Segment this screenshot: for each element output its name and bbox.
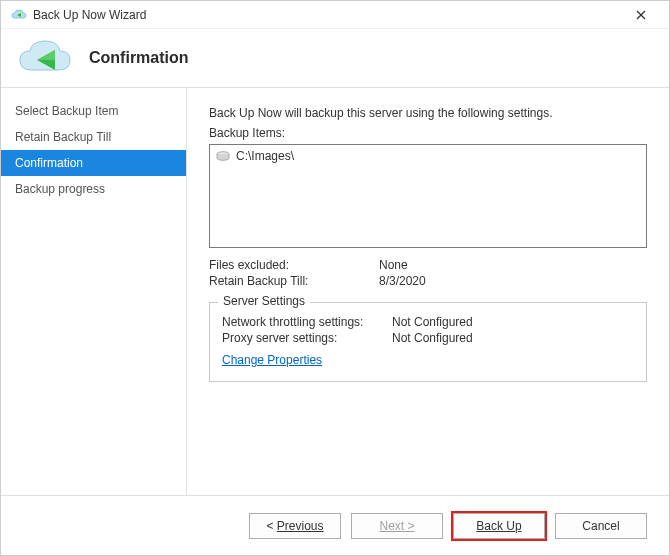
wizard-footer: < Previous Next > Back Up Cancel: [1, 495, 669, 555]
wizard-header: Confirmation: [1, 29, 669, 87]
window-title: Back Up Now Wizard: [33, 8, 621, 22]
server-settings-group: Server Settings Network throttling setti…: [209, 302, 647, 382]
step-select-backup-item[interactable]: Select Backup Item: [1, 98, 186, 124]
proxy-settings-value: Not Configured: [392, 331, 473, 345]
page-heading: Confirmation: [89, 49, 189, 67]
disk-icon: [216, 151, 230, 161]
previous-button[interactable]: < Previous: [249, 513, 341, 539]
content-panel: Back Up Now will backup this server usin…: [187, 88, 669, 495]
cancel-button[interactable]: Cancel: [555, 513, 647, 539]
step-backup-progress[interactable]: Backup progress: [1, 176, 186, 202]
proxy-settings-label: Proxy server settings:: [222, 331, 392, 345]
main-area: Select Backup Item Retain Backup Till Co…: [1, 87, 669, 495]
network-throttling-value: Not Configured: [392, 315, 473, 329]
retain-till-label: Retain Backup Till:: [209, 274, 379, 288]
retain-till-value: 8/3/2020: [379, 274, 426, 288]
step-confirmation[interactable]: Confirmation: [1, 150, 186, 176]
network-throttling-label: Network throttling settings:: [222, 315, 392, 329]
title-bar: Back Up Now Wizard: [1, 1, 669, 29]
backup-button-label: Back Up: [476, 519, 521, 533]
backup-item-row[interactable]: C:\Images\: [216, 149, 640, 163]
close-button[interactable]: [621, 1, 661, 29]
wizard-steps-sidebar: Select Backup Item Retain Backup Till Co…: [1, 88, 187, 495]
files-excluded-value: None: [379, 258, 408, 272]
app-cloud-icon: [11, 7, 27, 23]
previous-button-label: Previous: [277, 519, 324, 533]
next-button-label: Next >: [379, 519, 414, 533]
next-button: Next >: [351, 513, 443, 539]
files-excluded-label: Files excluded:: [209, 258, 379, 272]
server-settings-legend: Server Settings: [218, 294, 310, 308]
step-retain-backup-till[interactable]: Retain Backup Till: [1, 124, 186, 150]
cancel-button-label: Cancel: [582, 519, 619, 533]
backup-item-path: C:\Images\: [236, 149, 294, 163]
close-icon: [636, 10, 646, 20]
intro-text: Back Up Now will backup this server usin…: [209, 106, 647, 120]
change-properties-link[interactable]: Change Properties: [222, 353, 322, 367]
backup-items-label: Backup Items:: [209, 126, 647, 140]
backup-items-listbox[interactable]: C:\Images\: [209, 144, 647, 248]
cloud-backup-icon: [17, 38, 73, 79]
backup-button[interactable]: Back Up: [453, 513, 545, 539]
